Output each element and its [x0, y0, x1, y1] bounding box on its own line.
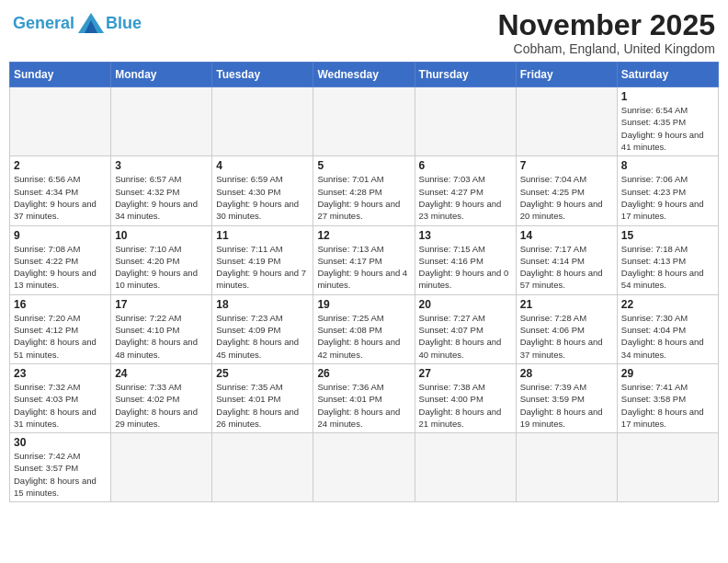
- calendar-cell: 9Sunrise: 7:08 AM Sunset: 4:22 PM Daylig…: [10, 225, 111, 294]
- calendar-cell: [516, 87, 617, 156]
- calendar-cell: [415, 433, 516, 502]
- calendar-cell: 8Sunrise: 7:06 AM Sunset: 4:23 PM Daylig…: [617, 156, 718, 225]
- col-header-monday: Monday: [111, 63, 212, 87]
- calendar-cell: 25Sunrise: 7:35 AM Sunset: 4:01 PM Dayli…: [212, 363, 313, 432]
- day-number: 27: [419, 367, 512, 380]
- day-info: Sunrise: 7:11 AM Sunset: 4:19 PM Dayligh…: [216, 243, 309, 292]
- day-info: Sunrise: 7:28 AM Sunset: 4:06 PM Dayligh…: [520, 312, 613, 361]
- calendar-cell: 30Sunrise: 7:42 AM Sunset: 3:57 PM Dayli…: [10, 433, 111, 502]
- day-info: Sunrise: 6:57 AM Sunset: 4:32 PM Dayligh…: [115, 173, 208, 222]
- logo: General Blue: [13, 13, 142, 33]
- calendar-cell: 6Sunrise: 7:03 AM Sunset: 4:27 PM Daylig…: [415, 156, 516, 225]
- day-number: 16: [14, 298, 107, 311]
- day-info: Sunrise: 7:27 AM Sunset: 4:07 PM Dayligh…: [419, 312, 512, 361]
- calendar-cell: 4Sunrise: 6:59 AM Sunset: 4:30 PM Daylig…: [212, 156, 313, 225]
- calendar-cell: [212, 87, 313, 156]
- calendar-cell: 12Sunrise: 7:13 AM Sunset: 4:17 PM Dayli…: [313, 225, 415, 294]
- logo-blue-text: Blue: [106, 15, 142, 31]
- day-number: 7: [520, 159, 613, 172]
- calendar-cell: 7Sunrise: 7:04 AM Sunset: 4:25 PM Daylig…: [516, 156, 617, 225]
- logo-general: General: [13, 14, 74, 32]
- day-number: 12: [317, 229, 410, 242]
- day-number: 28: [520, 367, 613, 380]
- day-number: 9: [14, 229, 107, 242]
- day-info: Sunrise: 7:25 AM Sunset: 4:08 PM Dayligh…: [317, 312, 410, 361]
- day-number: 26: [317, 367, 410, 380]
- month-title: November 2025: [497, 9, 715, 41]
- day-number: 24: [115, 367, 208, 380]
- day-info: Sunrise: 7:32 AM Sunset: 4:03 PM Dayligh…: [14, 381, 107, 430]
- day-number: 8: [621, 159, 714, 172]
- day-info: Sunrise: 6:56 AM Sunset: 4:34 PM Dayligh…: [14, 173, 107, 222]
- page-header: General Blue November 2025 Cobham, Engla…: [9, 9, 719, 56]
- day-number: 2: [14, 159, 107, 172]
- day-info: Sunrise: 7:15 AM Sunset: 4:16 PM Dayligh…: [419, 243, 512, 292]
- calendar-cell: [516, 433, 617, 502]
- day-number: 11: [216, 229, 309, 242]
- day-info: Sunrise: 7:30 AM Sunset: 4:04 PM Dayligh…: [621, 312, 714, 361]
- day-number: 10: [115, 229, 208, 242]
- calendar-cell: 28Sunrise: 7:39 AM Sunset: 3:59 PM Dayli…: [516, 363, 617, 432]
- calendar-cell: 21Sunrise: 7:28 AM Sunset: 4:06 PM Dayli…: [516, 294, 617, 363]
- day-info: Sunrise: 7:06 AM Sunset: 4:23 PM Dayligh…: [621, 173, 714, 222]
- day-number: 14: [520, 229, 613, 242]
- location: Cobham, England, United Kingdom: [497, 41, 715, 56]
- calendar-week-row: 2Sunrise: 6:56 AM Sunset: 4:34 PM Daylig…: [10, 156, 719, 225]
- day-number: 1: [621, 90, 714, 103]
- calendar-cell: 15Sunrise: 7:18 AM Sunset: 4:13 PM Dayli…: [617, 225, 718, 294]
- day-info: Sunrise: 6:54 AM Sunset: 4:35 PM Dayligh…: [621, 104, 714, 153]
- day-number: 13: [419, 229, 512, 242]
- calendar-cell: 29Sunrise: 7:41 AM Sunset: 3:58 PM Dayli…: [617, 363, 718, 432]
- day-info: Sunrise: 7:39 AM Sunset: 3:59 PM Dayligh…: [520, 381, 613, 430]
- calendar-cell: 5Sunrise: 7:01 AM Sunset: 4:28 PM Daylig…: [313, 156, 415, 225]
- calendar-cell: 26Sunrise: 7:36 AM Sunset: 4:01 PM Dayli…: [313, 363, 415, 432]
- day-info: Sunrise: 7:03 AM Sunset: 4:27 PM Dayligh…: [419, 173, 512, 222]
- calendar-header-row: SundayMondayTuesdayWednesdayThursdayFrid…: [10, 63, 719, 87]
- calendar-cell: 3Sunrise: 6:57 AM Sunset: 4:32 PM Daylig…: [111, 156, 212, 225]
- calendar-cell: 27Sunrise: 7:38 AM Sunset: 4:00 PM Dayli…: [415, 363, 516, 432]
- day-info: Sunrise: 7:20 AM Sunset: 4:12 PM Dayligh…: [14, 312, 107, 361]
- calendar-cell: [212, 433, 313, 502]
- day-info: Sunrise: 6:59 AM Sunset: 4:30 PM Dayligh…: [216, 173, 309, 222]
- calendar-cell: [313, 433, 415, 502]
- day-number: 22: [621, 298, 714, 311]
- calendar-cell: 2Sunrise: 6:56 AM Sunset: 4:34 PM Daylig…: [10, 156, 111, 225]
- calendar-cell: 11Sunrise: 7:11 AM Sunset: 4:19 PM Dayli…: [212, 225, 313, 294]
- calendar-week-row: 16Sunrise: 7:20 AM Sunset: 4:12 PM Dayli…: [10, 294, 719, 363]
- calendar-cell: [313, 87, 415, 156]
- col-header-sunday: Sunday: [10, 63, 111, 87]
- day-info: Sunrise: 7:42 AM Sunset: 3:57 PM Dayligh…: [14, 450, 107, 499]
- day-info: Sunrise: 7:35 AM Sunset: 4:01 PM Dayligh…: [216, 381, 309, 430]
- calendar-cell: 13Sunrise: 7:15 AM Sunset: 4:16 PM Dayli…: [415, 225, 516, 294]
- calendar-cell: 16Sunrise: 7:20 AM Sunset: 4:12 PM Dayli…: [10, 294, 111, 363]
- day-info: Sunrise: 7:33 AM Sunset: 4:02 PM Dayligh…: [115, 381, 208, 430]
- calendar-cell: [10, 87, 111, 156]
- calendar-week-row: 30Sunrise: 7:42 AM Sunset: 3:57 PM Dayli…: [10, 433, 719, 502]
- day-info: Sunrise: 7:23 AM Sunset: 4:09 PM Dayligh…: [216, 312, 309, 361]
- calendar-cell: 19Sunrise: 7:25 AM Sunset: 4:08 PM Dayli…: [313, 294, 415, 363]
- day-number: 4: [216, 159, 309, 172]
- calendar-cell: 1Sunrise: 6:54 AM Sunset: 4:35 PM Daylig…: [617, 87, 718, 156]
- day-number: 18: [216, 298, 309, 311]
- day-info: Sunrise: 7:17 AM Sunset: 4:14 PM Dayligh…: [520, 243, 613, 292]
- day-info: Sunrise: 7:36 AM Sunset: 4:01 PM Dayligh…: [317, 381, 410, 430]
- day-info: Sunrise: 7:22 AM Sunset: 4:10 PM Dayligh…: [115, 312, 208, 361]
- day-info: Sunrise: 7:41 AM Sunset: 3:58 PM Dayligh…: [621, 381, 714, 430]
- day-info: Sunrise: 7:08 AM Sunset: 4:22 PM Dayligh…: [14, 243, 107, 292]
- day-info: Sunrise: 7:18 AM Sunset: 4:13 PM Dayligh…: [621, 243, 714, 292]
- calendar-cell: 14Sunrise: 7:17 AM Sunset: 4:14 PM Dayli…: [516, 225, 617, 294]
- calendar-cell: 22Sunrise: 7:30 AM Sunset: 4:04 PM Dayli…: [617, 294, 718, 363]
- day-number: 17: [115, 298, 208, 311]
- calendar-week-row: 1Sunrise: 6:54 AM Sunset: 4:35 PM Daylig…: [10, 87, 719, 156]
- calendar-cell: 18Sunrise: 7:23 AM Sunset: 4:09 PM Dayli…: [212, 294, 313, 363]
- day-info: Sunrise: 7:13 AM Sunset: 4:17 PM Dayligh…: [317, 243, 410, 292]
- day-number: 3: [115, 159, 208, 172]
- day-number: 15: [621, 229, 714, 242]
- day-number: 21: [520, 298, 613, 311]
- calendar-cell: 24Sunrise: 7:33 AM Sunset: 4:02 PM Dayli…: [111, 363, 212, 432]
- calendar-cell: 10Sunrise: 7:10 AM Sunset: 4:20 PM Dayli…: [111, 225, 212, 294]
- logo-blue-icon: [78, 13, 104, 33]
- calendar-week-row: 23Sunrise: 7:32 AM Sunset: 4:03 PM Dayli…: [10, 363, 719, 432]
- calendar-cell: 23Sunrise: 7:32 AM Sunset: 4:03 PM Dayli…: [10, 363, 111, 432]
- logo-text: General: [13, 15, 74, 31]
